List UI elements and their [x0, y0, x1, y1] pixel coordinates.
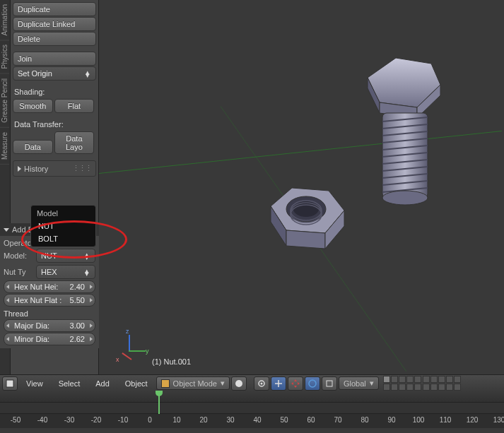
nut-type-dropdown[interactable]: HEX ▴▾	[36, 265, 95, 279]
svg-rect-32	[327, 381, 332, 386]
svg-point-23	[293, 201, 319, 217]
flat-button[interactable]: Flat	[54, 99, 95, 113]
timeline-tick: 20	[193, 416, 214, 424]
timeline-ruler: -50-40-30-20-100102030405060708090100110…	[0, 414, 504, 428]
hex-nut-height-field[interactable]: Hex Nut Hei: 2.40	[4, 280, 95, 293]
manipulator-toggle[interactable]	[271, 376, 286, 391]
layers-widget[interactable]	[383, 376, 461, 391]
operator-presets-label: Operato	[4, 239, 33, 247]
mode-dropdown[interactable]: Object Mode ▾	[156, 376, 230, 390]
collapse-triangle-icon	[18, 166, 21, 172]
data-button[interactable]: Data	[13, 140, 53, 154]
view-menu[interactable]: View	[19, 379, 50, 388]
manipulator-scale[interactable]	[322, 376, 337, 391]
svg-point-30	[260, 382, 262, 384]
axis-x-label: x	[116, 356, 119, 363]
timeline-tick: 110	[435, 416, 456, 424]
active-object-label: (1) Nut.001	[152, 357, 191, 366]
svg-point-31	[309, 380, 316, 387]
dropdown-handle-icon: ▾	[370, 379, 374, 388]
axis-gizmo: z y x	[120, 332, 148, 360]
hex-nut-height-label: Hex Nut Hei:	[14, 283, 58, 291]
history-panel[interactable]: History ⋮⋮⋮	[13, 160, 96, 177]
expand-triangle-icon	[4, 228, 9, 232]
dropdown-handle-icon: ▾	[221, 379, 225, 388]
select-menu[interactable]: Select	[52, 379, 88, 388]
axis-z-label: z	[126, 328, 129, 335]
thread-label: Thread	[4, 309, 95, 318]
3d-header: View Select Add Object Object Mode ▾ Glo…	[0, 374, 504, 391]
timeline-scrub-bar[interactable]	[0, 391, 504, 403]
pivot-button[interactable]	[254, 376, 269, 391]
timeline-tick: 40	[247, 416, 268, 424]
set-origin-label: Set Origin	[18, 69, 52, 78]
model-option-nut[interactable]: NUT	[33, 220, 94, 232]
model-label: Model:	[4, 251, 33, 260]
dropdown-handle-icon: ▴▾	[83, 269, 90, 275]
mode-label: Object Mode	[173, 379, 217, 388]
hex-nut-flat-label: Hex Nut Flat :	[14, 296, 61, 304]
timeline-tick: 30	[220, 416, 241, 424]
orientation-dropdown[interactable]: Global ▾	[339, 376, 379, 390]
nut-type-label: Nut Ty	[4, 268, 33, 276]
object-menu[interactable]: Object	[118, 379, 155, 388]
timeline-tick: 10	[166, 416, 187, 424]
panel-grip-icon: ⋮⋮⋮	[72, 164, 91, 173]
dropdown-handle-icon: ▴▾	[84, 71, 91, 76]
shading-solid-button[interactable]	[231, 376, 247, 391]
history-label: History	[24, 165, 48, 173]
svg-rect-27	[6, 380, 13, 387]
timeline-tick: -50	[5, 416, 26, 424]
data-transfer-label: Data Transfer:	[13, 118, 96, 131]
playhead[interactable]	[158, 391, 160, 417]
timeline-tick: -30	[59, 416, 80, 424]
svg-point-28	[235, 380, 242, 387]
major-dia-field[interactable]: Major Dia: 3.00	[4, 319, 95, 332]
timeline-tick: -20	[86, 416, 107, 424]
minor-dia-label: Minor Dia:	[14, 335, 49, 343]
model-dropdown[interactable]: NUT ▴▾	[36, 249, 95, 263]
major-dia-value: 3.00	[70, 321, 85, 330]
timeline-tick: 50	[274, 416, 295, 424]
3d-viewport[interactable]: z y x (1) Nut.001	[99, 0, 504, 374]
duplicate-button[interactable]: Duplicate	[13, 2, 96, 16]
model-enum-popup: Model NUT BOLT	[30, 205, 96, 247]
delete-button[interactable]: Delete	[13, 32, 96, 46]
svg-point-17	[382, 191, 428, 205]
popup-title: Model	[33, 207, 94, 220]
timeline-tick: 80	[354, 416, 375, 424]
object-mode-icon	[161, 379, 170, 388]
minor-dia-field[interactable]: Minor Dia: 2.62	[4, 333, 95, 345]
nut-type-value: HEX	[41, 268, 57, 276]
timeline-tick: 100	[408, 416, 429, 424]
bolt-mesh	[350, 42, 456, 212]
timeline-tick: 60	[300, 416, 322, 424]
hex-nut-flat-value: 5.50	[70, 296, 85, 304]
tab-physics[interactable]: Physics	[0, 40, 9, 73]
axis-y-label: y	[146, 348, 149, 355]
tab-measure[interactable]: Measure	[0, 128, 9, 165]
add-menu[interactable]: Add	[88, 379, 117, 388]
timeline-tick: 130	[488, 416, 504, 424]
manipulator-translate[interactable]	[288, 376, 303, 391]
timeline-track[interactable]	[0, 403, 504, 414]
data-layout-button[interactable]: Data Layo	[54, 131, 95, 154]
join-button[interactable]: Join	[13, 52, 96, 66]
duplicate-linked-button[interactable]: Duplicate Linked	[13, 17, 96, 31]
manipulator-rotate[interactable]	[305, 376, 320, 391]
timeline-editor[interactable]: -50-40-30-20-100102030405060708090100110…	[0, 391, 504, 433]
smooth-button[interactable]: Smooth	[13, 99, 53, 113]
model-value: NUT	[41, 251, 57, 260]
model-option-bolt[interactable]: BOLT	[33, 232, 94, 245]
tab-grease-pencil[interactable]: Grease Pencil	[0, 74, 9, 128]
tab-animation[interactable]: Animation	[0, 0, 9, 40]
timeline-tick: 70	[327, 416, 348, 424]
major-dia-label: Major Dia:	[14, 321, 49, 330]
set-origin-dropdown[interactable]: Set Origin ▴▾	[13, 66, 96, 81]
timeline-tick: 0	[139, 416, 160, 424]
timeline-tick: -40	[32, 416, 53, 424]
hex-nut-flat-field[interactable]: Hex Nut Flat : 5.50	[4, 294, 95, 307]
svg-marker-20	[286, 230, 325, 249]
editor-type-button[interactable]	[2, 376, 18, 391]
dropdown-handle-icon: ▴▾	[83, 253, 90, 259]
